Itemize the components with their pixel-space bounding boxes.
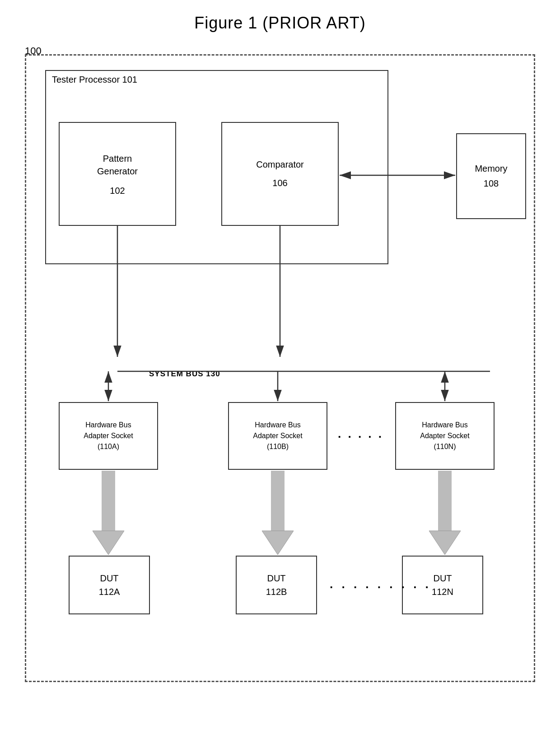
hba-ellipsis: · · · · ·: [338, 430, 383, 444]
comparator-box: Comparator 106: [221, 122, 339, 226]
dut-ellipsis: · · · · · · · · ·: [330, 580, 431, 594]
dut-b-label: DUT112B: [266, 571, 287, 599]
dut-a-box: DUT112A: [69, 556, 150, 614]
hba-a-label: Hardware BusAdapter Socket(110A): [84, 420, 133, 452]
dut-b-box: DUT112B: [236, 556, 317, 614]
comparator-number: 106: [272, 178, 287, 188]
hba-socket-a: Hardware BusAdapter Socket(110A): [59, 402, 158, 470]
system-bus-label: SYSTEM BUS 130: [149, 370, 220, 379]
pattern-generator-box: PatternGenerator 102: [59, 122, 176, 226]
memory-label: Memory: [475, 164, 507, 174]
dut-a-label: DUT112A: [99, 571, 120, 599]
dut-n-label: DUT112N: [432, 571, 453, 599]
memory-box: Memory 108: [456, 133, 526, 219]
hba-socket-b: Hardware BusAdapter Socket(110B): [228, 402, 327, 470]
page-title: Figure 1 (PRIOR ART): [0, 0, 560, 42]
comparator-label: Comparator: [256, 159, 304, 170]
pattern-generator-number: 102: [110, 186, 125, 196]
tester-processor-label: Tester Processor 101: [52, 75, 137, 85]
hba-b-label: Hardware BusAdapter Socket(110B): [253, 420, 302, 452]
pattern-generator-label: PatternGenerator: [97, 152, 138, 178]
hba-n-label: Hardware BusAdapter Socket(110N): [420, 420, 469, 452]
memory-number: 108: [484, 178, 499, 189]
hba-socket-n: Hardware BusAdapter Socket(110N): [395, 402, 495, 470]
